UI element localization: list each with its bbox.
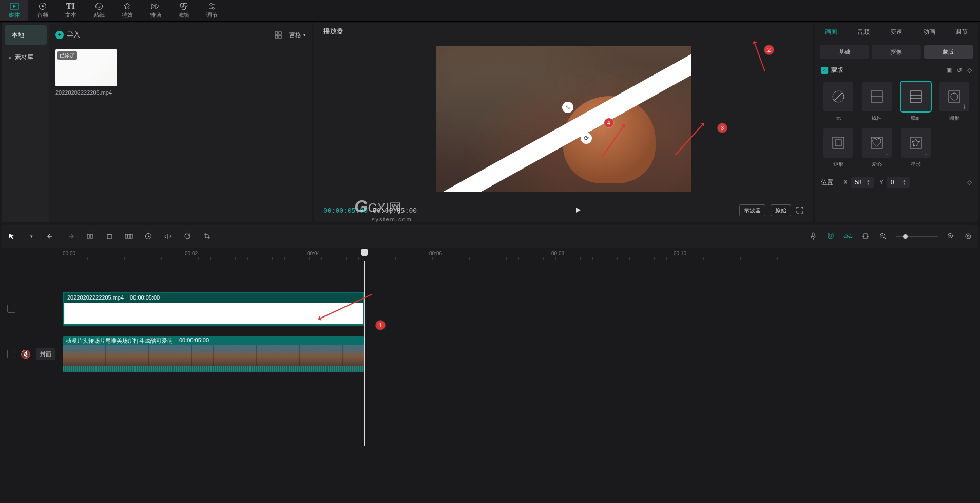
mask-heart[interactable]: ⭳爱心 <box>861 128 894 168</box>
pos-y-input[interactable]: Y 0▲▼ <box>879 177 910 188</box>
ruler-tick: 00:02 <box>185 251 198 256</box>
nav-adjust-label: 调节 <box>198 11 226 19</box>
undo-button[interactable] <box>46 232 55 241</box>
subtab-basic[interactable]: 基础 <box>820 45 869 59</box>
link-button[interactable] <box>843 232 853 241</box>
nav-media[interactable]: 媒体 <box>0 0 28 21</box>
subtab-matte[interactable]: 抠像 <box>872 45 920 59</box>
zoom-fit-button[interactable] <box>964 232 973 241</box>
mute-toggle[interactable]: 🔇 <box>21 349 31 359</box>
nav-effect[interactable]: 特效 <box>113 0 141 21</box>
nav-audio[interactable]: 音频 <box>28 0 56 21</box>
chevron-down-icon: ▾ <box>303 32 306 38</box>
mask-circle[interactable]: ⭳圆形 <box>938 82 971 122</box>
delete-button[interactable] <box>105 232 114 241</box>
mask-linear[interactable]: 线性 <box>861 82 894 122</box>
added-badge: 已添加 <box>57 51 77 60</box>
original-button[interactable]: 原始 <box>771 204 791 216</box>
cover-button[interactable]: 封面 <box>36 348 55 360</box>
keyframe-icon[interactable]: ◇ <box>967 179 972 186</box>
zoom-slider[interactable] <box>896 236 938 237</box>
timeline-tracks[interactable]: 20220202222205.mp400:00:05:00 🔇 封面 动漫片头转… <box>2 261 978 446</box>
svg-rect-36 <box>125 234 127 238</box>
top-nav: 媒体 音频 TI 文本 贴纸 特效 转场 滤镜 调节 <box>0 0 980 22</box>
crop-button[interactable] <box>202 232 212 241</box>
mask-none[interactable]: 无 <box>822 82 855 122</box>
mirror-button[interactable] <box>163 232 172 241</box>
nav-sticker[interactable]: 贴纸 <box>85 0 113 21</box>
pointer-mode-chevron[interactable]: ▾ <box>27 232 36 241</box>
snapshot-button[interactable] <box>124 232 133 241</box>
pos-x-input[interactable]: X 58▲▼ <box>843 177 874 188</box>
player-panel: 播放器 ⤡ ⟳ 4 00:00:05:00 00:00:05:00 示波器 原始 <box>314 23 813 222</box>
rotate-button[interactable] <box>183 232 192 241</box>
preview-canvas[interactable]: ⤡ ⟳ 4 <box>436 46 691 192</box>
clip-name: 动漫片头转场片尾唯美场所打斗炫酷可爱萌 <box>66 337 173 344</box>
track-lock-toggle[interactable] <box>7 350 15 358</box>
zoom-out-button[interactable] <box>878 232 888 241</box>
play-button[interactable] <box>573 206 583 215</box>
download-icon: ⭳ <box>962 104 967 109</box>
fullscreen-icon[interactable] <box>796 207 803 214</box>
svg-line-54 <box>952 238 954 240</box>
feather-handle[interactable]: ⤡ <box>562 102 573 113</box>
mask-star[interactable]: ⭳星形 <box>899 128 932 168</box>
scopes-button[interactable]: 示波器 <box>739 204 765 216</box>
keyframe-icon[interactable]: ◇ <box>967 67 972 74</box>
timeline-ruler[interactable]: 00:00 00:02 00:04 00:06 00:08 00:10 <box>2 248 978 261</box>
layout-icon[interactable] <box>275 31 282 39</box>
svg-rect-45 <box>864 234 867 239</box>
view-options: 宫格▾ <box>275 31 306 40</box>
time-current: 00:00:05:00 <box>323 207 368 214</box>
mask-checkbox[interactable]: ✓蒙版 <box>821 66 843 74</box>
zoom-in-button[interactable] <box>946 232 955 241</box>
track-lock-toggle[interactable] <box>7 305 15 313</box>
save-preset-icon[interactable]: ▣ <box>946 67 952 74</box>
sidebar-item-library[interactable]: ▸素材库 <box>2 47 49 67</box>
sidebar-item-local[interactable]: 本地 <box>5 25 47 45</box>
track-head-main: 🔇 封面 <box>2 348 61 360</box>
tab-speed[interactable]: 变速 <box>880 23 913 41</box>
tab-picture[interactable]: 画面 <box>815 23 848 41</box>
ruler-tick: 00:10 <box>674 251 686 256</box>
nav-transition[interactable]: 转场 <box>141 0 169 21</box>
mic-button[interactable] <box>809 232 818 241</box>
subtab-mask[interactable]: 蒙版 <box>924 45 973 59</box>
clip-main[interactable]: 动漫片头转场片尾唯美场所打斗炫酷可爱萌00:00:05:00 <box>63 336 364 372</box>
mask-rect[interactable]: 矩形 <box>822 128 855 168</box>
reset-icon[interactable]: ↺ <box>957 67 962 74</box>
svg-rect-32 <box>87 234 89 238</box>
nav-filter[interactable]: 滤镜 <box>169 0 198 21</box>
player-stage[interactable]: ⤡ ⟳ 4 <box>314 40 813 198</box>
magnet-button[interactable] <box>826 232 835 241</box>
import-row: + 导入 宫格▾ <box>55 28 306 42</box>
pointer-tool[interactable] <box>7 232 16 241</box>
split-button[interactable] <box>85 232 94 241</box>
tab-audio[interactable]: 音频 <box>848 23 880 41</box>
annotation-2: 2 <box>764 45 774 54</box>
svg-line-50 <box>885 238 887 240</box>
redo-button[interactable] <box>66 232 75 241</box>
nav-effect-label: 特效 <box>113 11 141 19</box>
media-thumb[interactable]: 已添加 20220202222205.mp4 <box>55 49 117 96</box>
mask-mirror[interactable]: 镜面 <box>899 82 932 122</box>
nav-text[interactable]: TI 文本 <box>56 0 85 21</box>
view-mode-select[interactable]: 宫格▾ <box>289 31 306 40</box>
inspector-subtabs: 基础 抠像 蒙版 <box>815 41 978 63</box>
reverse-button[interactable] <box>144 232 153 241</box>
tab-adjust[interactable]: 调节 <box>945 23 978 41</box>
svg-rect-23 <box>910 91 921 102</box>
nav-adjust[interactable]: 调节 <box>198 0 226 21</box>
timeline-toolbar: ▾ <box>2 225 978 248</box>
download-icon: ⭳ <box>924 150 929 156</box>
tab-anim[interactable]: 动画 <box>913 23 946 41</box>
svg-point-27 <box>951 93 958 100</box>
mask-stripe[interactable] <box>436 46 691 192</box>
clip-name: 20220202222205.mp4 <box>67 294 124 302</box>
rotate-handle[interactable]: ⟳ <box>581 133 592 144</box>
player-title: 播放器 <box>314 23 813 40</box>
nav-sticker-label: 贴纸 <box>85 11 113 19</box>
preview-cut-button[interactable] <box>861 232 870 241</box>
import-button[interactable]: + 导入 <box>55 30 80 40</box>
svg-rect-29 <box>835 140 841 146</box>
